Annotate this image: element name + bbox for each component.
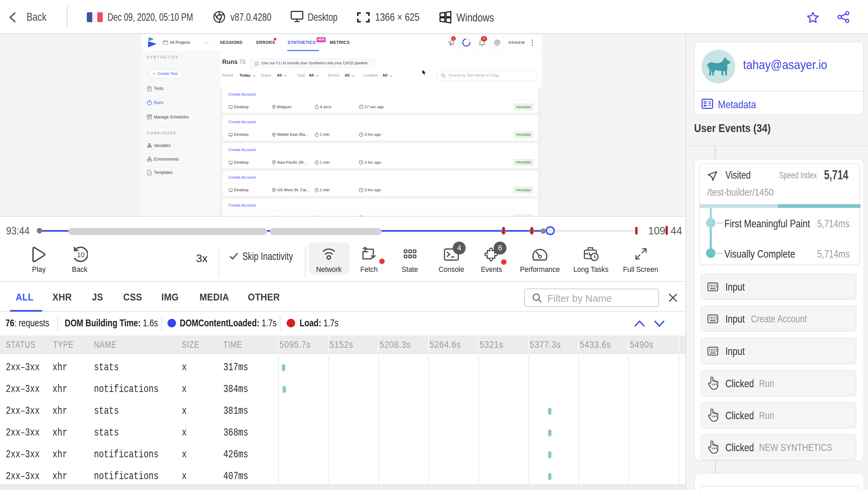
svg-text:10: 10	[77, 251, 85, 259]
